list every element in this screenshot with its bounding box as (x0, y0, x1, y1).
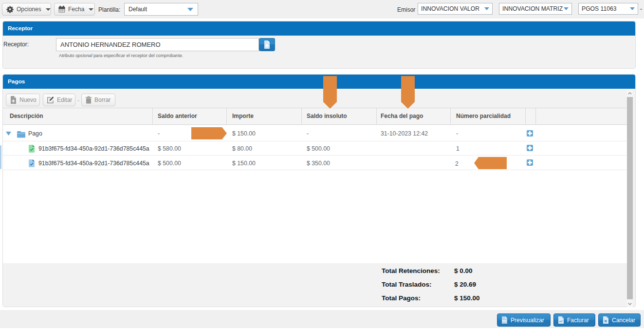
svg-text:PDF: PDF (502, 320, 507, 322)
